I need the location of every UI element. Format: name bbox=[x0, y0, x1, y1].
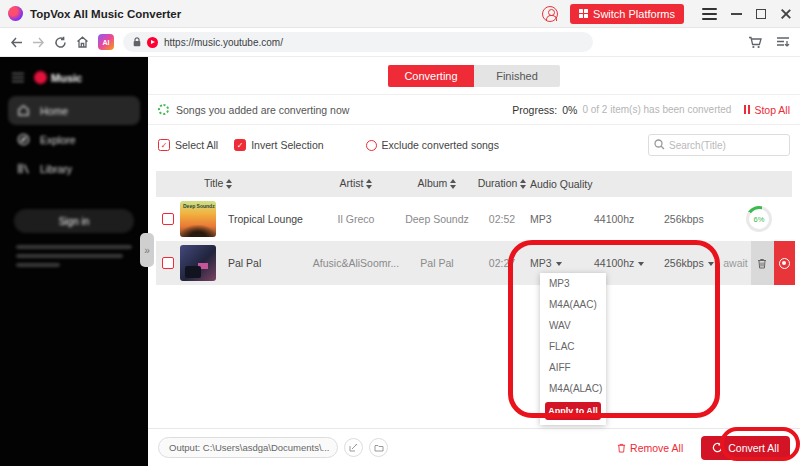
search-icon bbox=[654, 139, 665, 150]
back-icon[interactable] bbox=[10, 37, 23, 48]
selection-toolbar: ✓ Select All ✓ Invert Selection Exclude … bbox=[148, 125, 800, 165]
bottom-bar: Output: C:\Users\asdga\Documents\... Rem… bbox=[148, 428, 800, 466]
dropdown-option-m4a-alac[interactable]: M4A(ALAC) bbox=[540, 378, 606, 399]
youtube-music-favicon bbox=[147, 37, 158, 48]
album-art: Deep Soundz bbox=[180, 201, 216, 237]
sidebar-item-home[interactable]: Home bbox=[8, 96, 140, 125]
stop-all-button[interactable]: Stop All bbox=[744, 104, 790, 116]
youtube-music-logo-icon bbox=[34, 71, 47, 84]
table-row-tropical-lounge: Deep Soundz Tropical Lounge Il Greco Dee… bbox=[156, 197, 792, 241]
close-button[interactable] bbox=[780, 8, 792, 20]
converter-panel: Converting Finished Songs you added are … bbox=[148, 57, 800, 466]
pause-icon bbox=[744, 105, 750, 114]
cart-icon[interactable] bbox=[748, 36, 762, 49]
convert-all-button[interactable]: Convert All bbox=[701, 436, 790, 460]
dropdown-option-wav[interactable]: WAV bbox=[540, 315, 606, 336]
youtube-music-logo[interactable]: Music bbox=[34, 71, 82, 84]
explore-icon bbox=[17, 133, 30, 146]
forward-icon[interactable] bbox=[32, 37, 45, 48]
account-icon[interactable] bbox=[542, 6, 558, 22]
status-message: Songs you added are converting now bbox=[176, 104, 349, 116]
tab-converting[interactable]: Converting bbox=[388, 65, 474, 87]
sort-icon[interactable] bbox=[520, 176, 526, 192]
remove-all-button[interactable]: Remove All bbox=[617, 442, 683, 454]
song-album: Deep Soundz bbox=[400, 213, 474, 225]
header-title[interactable]: Title bbox=[204, 176, 312, 192]
sample-rate-dropdown[interactable]: 44100hz bbox=[594, 257, 644, 269]
song-artist: Afusic&AliSoomr... bbox=[312, 257, 400, 269]
select-all-button[interactable]: ✓ Select All bbox=[158, 139, 218, 151]
song-duration: 02:52 bbox=[474, 213, 530, 225]
open-folder-button[interactable] bbox=[369, 438, 388, 457]
menu-icon[interactable] bbox=[702, 8, 717, 20]
dropdown-option-aiff[interactable]: AIFF bbox=[540, 357, 606, 378]
record-icon bbox=[779, 258, 790, 269]
row-checkbox[interactable] bbox=[162, 213, 174, 225]
converting-spinner-icon bbox=[158, 104, 169, 115]
ai-extension-icon[interactable]: AI bbox=[98, 34, 114, 50]
progress-label: Progress: bbox=[512, 104, 557, 116]
edit-output-button[interactable] bbox=[344, 438, 363, 457]
sidebar-item-explore[interactable]: Explore bbox=[8, 125, 140, 154]
header-album[interactable]: Album bbox=[400, 176, 474, 192]
invert-selection-icon: ✓ bbox=[234, 139, 246, 151]
sidebar-menu-icon[interactable] bbox=[12, 73, 24, 83]
url-text: https://music.youtube.com/ bbox=[164, 37, 283, 48]
song-album: Pal Pal bbox=[400, 257, 474, 269]
invert-selection-button[interactable]: ✓ Invert Selection bbox=[234, 139, 323, 151]
lock-icon bbox=[133, 37, 141, 47]
sort-icon[interactable] bbox=[450, 176, 456, 192]
dropdown-option-m4a-aac[interactable]: M4A(AAC) bbox=[540, 294, 606, 315]
caret-down-icon bbox=[708, 262, 714, 269]
tab-finished[interactable]: Finished bbox=[474, 65, 560, 87]
format-dropdown-menu: MP3 M4A(AAC) WAV FLAC AIFF M4A(ALAC) App… bbox=[540, 273, 606, 425]
sign-in-button[interactable]: Sign in bbox=[14, 209, 134, 233]
format-dropdown[interactable]: MP3 bbox=[530, 257, 562, 269]
record-stop-button[interactable] bbox=[774, 241, 795, 285]
tabs-row: Converting Finished bbox=[148, 57, 800, 95]
folder-icon bbox=[374, 444, 384, 452]
bitrate-dropdown[interactable]: 256kbps bbox=[664, 257, 714, 269]
output-path: Output: C:\Users\asdga\Documents\... bbox=[158, 437, 338, 458]
select-all-icon: ✓ bbox=[158, 139, 170, 151]
browser-nav-bar: AI https://music.youtube.com/ bbox=[0, 28, 800, 57]
grid-icon bbox=[579, 9, 588, 18]
url-bar[interactable]: https://music.youtube.com/ bbox=[123, 32, 593, 52]
sort-icon[interactable] bbox=[226, 176, 232, 192]
song-duration: 02:27 bbox=[474, 257, 530, 269]
sidebar-item-library[interactable]: Library bbox=[8, 154, 140, 183]
sort-icon[interactable] bbox=[366, 176, 372, 192]
maximize-button[interactable] bbox=[756, 9, 766, 19]
library-icon bbox=[17, 162, 30, 175]
dropdown-option-flac[interactable]: FLAC bbox=[540, 336, 606, 357]
home-icon[interactable] bbox=[76, 36, 89, 48]
search-input[interactable] bbox=[648, 134, 790, 156]
home-nav-icon bbox=[17, 104, 30, 117]
row-checkbox[interactable] bbox=[162, 257, 174, 269]
switch-platforms-button[interactable]: Switch Platforms bbox=[570, 4, 684, 24]
dropdown-option-mp3[interactable]: MP3 bbox=[540, 273, 606, 294]
song-title: Tropical Lounge bbox=[228, 213, 312, 225]
exclude-icon bbox=[366, 140, 377, 151]
progress-detail: 0 of 2 item(s) has been converted bbox=[582, 104, 731, 115]
song-title: Pal Pal bbox=[228, 257, 312, 269]
minimize-button[interactable] bbox=[731, 13, 742, 15]
convert-icon bbox=[712, 442, 723, 453]
exclude-converted-button[interactable]: Exclude converted songs bbox=[366, 139, 499, 151]
delete-row-button[interactable] bbox=[751, 241, 774, 285]
apply-to-all-button[interactable]: Apply to All bbox=[545, 402, 601, 420]
title-bar: TopVox All Music Converter Switch Platfo… bbox=[0, 0, 800, 28]
sidebar-collapse-handle[interactable]: » bbox=[140, 233, 154, 267]
search-box bbox=[648, 134, 790, 156]
header-artist[interactable]: Artist bbox=[312, 176, 400, 192]
table-row-pal-pal: Pal Pal Afusic&AliSoomr... Pal Pal 02:27… bbox=[156, 241, 792, 285]
sidebar: Music Home Explore Library Sign in bbox=[0, 57, 148, 466]
caret-down-icon bbox=[638, 262, 644, 269]
sidebar-promo-text bbox=[8, 243, 140, 274]
download-list-icon[interactable] bbox=[776, 36, 790, 49]
album-art bbox=[180, 245, 216, 281]
header-audio-quality: Audio Quality bbox=[530, 178, 594, 190]
header-duration[interactable]: Duration bbox=[474, 176, 530, 192]
reload-icon[interactable] bbox=[54, 36, 67, 49]
chevron-right-icon: » bbox=[144, 245, 150, 256]
